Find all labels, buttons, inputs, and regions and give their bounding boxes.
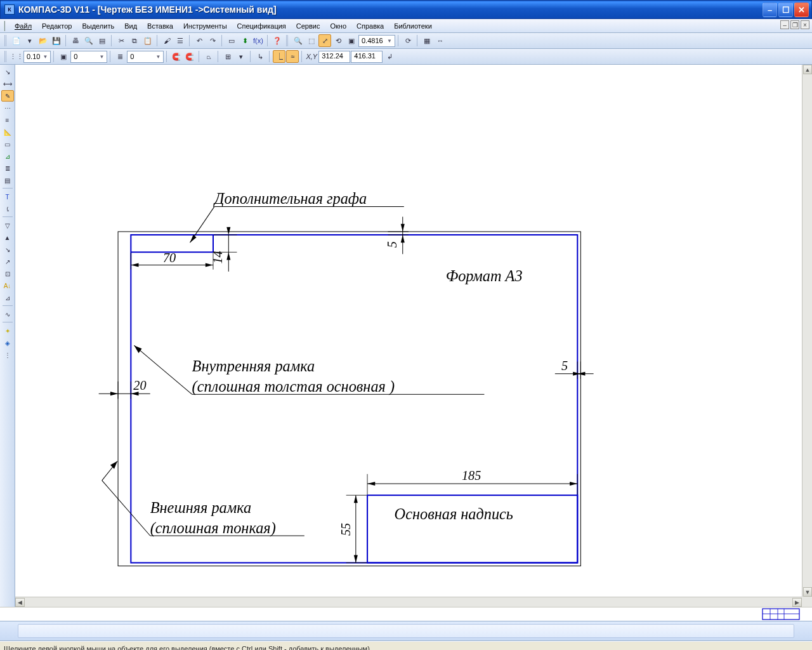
redo-button[interactable]: ↷	[206, 34, 219, 47]
save-button[interactable]: 💾	[50, 34, 63, 47]
open-button[interactable]: 📂	[37, 34, 49, 47]
coord-y-field[interactable]: 416.31	[351, 51, 383, 63]
tool-leader-btn[interactable]: ⤹	[1, 203, 14, 215]
properties-button[interactable]: ☰	[174, 34, 187, 47]
step-button[interactable]: ⋮⋮	[10, 50, 23, 63]
dim-14: 14	[211, 251, 225, 263]
tool-tolerance-btn[interactable]: ⊿	[1, 292, 14, 303]
zoom-dynamic-button[interactable]: ⤢	[318, 34, 331, 47]
menu-libs[interactable]: Библиотеки	[389, 21, 437, 31]
state-a-combo[interactable]: 0▼	[70, 51, 107, 63]
step-combo[interactable]: 0.10▼	[23, 51, 51, 63]
tool-center-btn[interactable]: ∿	[1, 308, 14, 320]
menu-tools[interactable]: Инструменты	[178, 21, 232, 31]
window-maximize-button[interactable]: ☐	[778, 3, 793, 17]
window-minimize-button[interactable]: –	[763, 3, 777, 17]
menu-spec[interactable]: Спецификация	[232, 21, 291, 31]
zoom-value-combo[interactable]: 0.4816▼	[358, 35, 395, 47]
library-mgr-button[interactable]: ▭	[225, 34, 238, 47]
round-button[interactable]: ≈	[286, 50, 299, 63]
snap-settings-button[interactable]: 🧲	[183, 50, 196, 63]
print-button[interactable]: 🖶	[69, 34, 82, 47]
property-panel-inner[interactable]	[18, 624, 794, 638]
view-shift-button[interactable]: ↔	[434, 34, 447, 47]
panel-report-btn[interactable]: ≣	[1, 162, 14, 174]
paste-button[interactable]: 📋	[141, 34, 154, 47]
drawing-svg: 70 14 5 5	[15, 65, 812, 607]
svg-marker-6	[131, 263, 138, 267]
variables-button[interactable]: f(x)	[252, 34, 265, 47]
menu-view[interactable]: Вид	[119, 21, 142, 31]
xy-label: X,Y	[305, 50, 318, 63]
tool-axis-btn[interactable]: ✦	[1, 325, 14, 336]
panel-geometry-btn[interactable]: ↘	[1, 66, 14, 77]
view-mgr-button[interactable]: ▦	[421, 34, 433, 47]
vertical-scrollbar[interactable]: ▲ ▼	[802, 65, 812, 597]
label-titleblock: Основная надпись	[395, 505, 513, 522]
param-button[interactable]: ⏢	[202, 50, 215, 63]
panel-edit-btn[interactable]: ⋯	[1, 102, 14, 114]
new-button[interactable]: 📄	[10, 34, 23, 47]
panel-annotate-btn[interactable]: ✎	[1, 90, 14, 102]
panel-assoc-btn[interactable]: ▤	[1, 175, 14, 186]
horizontal-scrollbar[interactable]: ◀ ▶	[15, 597, 802, 607]
tool-table-btn[interactable]: ◈	[1, 337, 14, 348]
tool-arrow-btn[interactable]: ↘	[1, 244, 14, 255]
mdi-close-button[interactable]: ×	[801, 20, 809, 29]
spec-button[interactable]: ▤	[96, 34, 108, 47]
drawing-canvas[interactable]: 70 14 5 5	[15, 65, 812, 607]
mdi-minimize-button[interactable]: –	[780, 20, 789, 29]
menu-window[interactable]: Окно	[325, 21, 351, 31]
zoom-prev-button[interactable]: ⟲	[332, 34, 344, 47]
tool-more-btn[interactable]: ⋮	[1, 349, 14, 361]
menu-edit[interactable]: Редактор	[37, 21, 77, 31]
zoom-fit-button[interactable]: ▣	[345, 34, 358, 47]
tool-brand-btn[interactable]: ⊡	[1, 268, 14, 279]
tool-pos-btn[interactable]: A↓	[1, 280, 14, 291]
menu-insert[interactable]: Вставка	[142, 21, 178, 31]
scroll-right-button[interactable]: ▶	[792, 598, 802, 607]
zoom-in-button[interactable]: 🔍	[292, 34, 304, 47]
coord-x-field[interactable]: 312.24	[318, 51, 350, 63]
window-close-button[interactable]: ✕	[794, 3, 809, 17]
coord-lock-button[interactable]: ↲	[383, 50, 396, 63]
lcs-button[interactable]: ↳	[254, 50, 266, 63]
tool-base-btn[interactable]: ▲	[1, 232, 14, 243]
panel-param-btn[interactable]: ≡	[1, 114, 14, 126]
status-bar: Щелкните левой кнопкой мыши на объекте д…	[0, 641, 812, 650]
panel-measure-btn[interactable]: 📐	[1, 126, 14, 138]
panel-select-btn[interactable]: ▭	[1, 138, 14, 150]
mdi-restore-button[interactable]: ❐	[790, 20, 799, 29]
state-a-button[interactable]: ▣	[57, 50, 70, 63]
menu-select[interactable]: Выделить	[77, 21, 119, 31]
cut-button[interactable]: ✂	[115, 34, 128, 47]
ortho-button[interactable]: ⎿	[273, 50, 285, 63]
scroll-corner	[802, 597, 812, 607]
panel-spec-btn[interactable]: ⊿	[1, 150, 14, 162]
copy-button[interactable]: ⧉	[128, 34, 141, 47]
tool-text-btn[interactable]: Т	[1, 191, 14, 202]
tool-line-leader-btn[interactable]: ↗	[1, 256, 14, 267]
snap-toggle-button[interactable]: 🧲	[170, 50, 183, 63]
style-button[interactable]: 🖌	[160, 34, 173, 47]
menu-file[interactable]: Файл	[10, 21, 37, 31]
scroll-left-button[interactable]: ◀	[15, 598, 25, 607]
scroll-down-button[interactable]: ▼	[803, 587, 812, 597]
undo-button[interactable]: ↶	[193, 34, 206, 47]
menu-help[interactable]: Справка	[351, 21, 389, 31]
tool-rough-btn[interactable]: ▽	[1, 220, 14, 231]
panel-dimension-btn[interactable]: ⟷	[1, 78, 14, 90]
zoom-window-button[interactable]: ⬚	[305, 34, 318, 47]
dim-5a: 5	[385, 241, 399, 248]
whatsthis-button[interactable]: ❓	[271, 34, 284, 47]
layers-combo[interactable]: 0▼	[127, 51, 164, 63]
grid-dd-button[interactable]: ▾	[235, 50, 247, 63]
scroll-up-button[interactable]: ▲	[803, 65, 812, 74]
refresh-button[interactable]: ⟳	[402, 34, 414, 47]
menu-service[interactable]: Сервис	[291, 21, 325, 31]
library-button[interactable]: ⬍	[239, 34, 251, 47]
layers-button[interactable]: ≣	[114, 50, 126, 63]
new-dd-button[interactable]: ▾	[23, 34, 36, 47]
preview-button[interactable]: 🔍	[82, 34, 95, 47]
grid-button[interactable]: ⊞	[221, 50, 234, 63]
